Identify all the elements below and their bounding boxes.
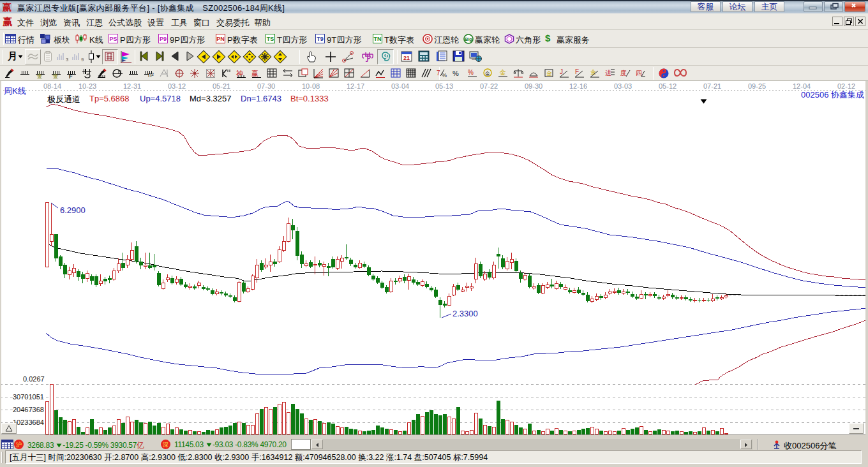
- svg-text:Big: Big: [465, 37, 472, 42]
- svg-text:J: J: [560, 68, 563, 75]
- svg-text:赢: 赢: [251, 70, 258, 77]
- svg-text:T9: T9: [317, 36, 324, 42]
- svg-text:金: 金: [590, 69, 596, 75]
- svg-text:度: 度: [620, 70, 627, 77]
- svg-text:PS: PS: [109, 36, 117, 42]
- svg-text:%: %: [442, 72, 447, 78]
- svg-text:TS: TS: [267, 36, 274, 42]
- svg-text:21: 21: [403, 55, 410, 61]
- svg-text:进: 进: [605, 70, 611, 77]
- svg-text:9: 9: [81, 57, 84, 62]
- svg-text:赢: 赢: [2, 2, 11, 12]
- svg-text:金: 金: [546, 70, 552, 77]
- svg-text:深: 深: [163, 441, 168, 448]
- svg-text:P9: P9: [160, 36, 167, 42]
- svg-text:%: %: [468, 69, 474, 76]
- svg-text:金: 金: [52, 73, 58, 79]
- svg-text:沪: 沪: [16, 441, 22, 448]
- svg-text:四: 四: [636, 70, 642, 77]
- svg-text:F: F: [69, 73, 73, 80]
- svg-text:%: %: [453, 70, 459, 77]
- svg-text:金: 金: [484, 71, 490, 77]
- svg-text:n²: n²: [148, 71, 154, 78]
- svg-text:金: 金: [499, 69, 506, 76]
- svg-text:神: 神: [236, 70, 243, 77]
- svg-text:TN: TN: [374, 36, 382, 42]
- svg-text:3: 3: [66, 57, 68, 62]
- svg-text:7: 7: [437, 70, 440, 77]
- svg-text:PN: PN: [216, 36, 225, 42]
- svg-text:金: 金: [37, 73, 43, 79]
